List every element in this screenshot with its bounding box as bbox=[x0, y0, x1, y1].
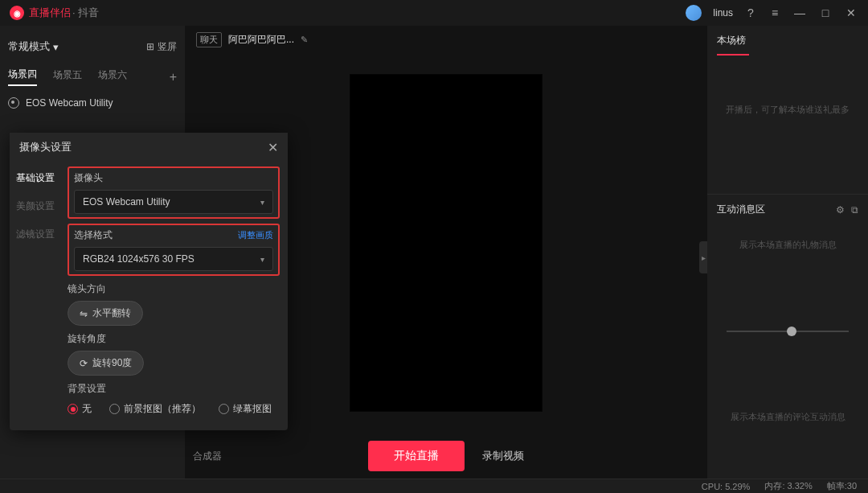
collapse-handle[interactable]: ▸ bbox=[699, 241, 707, 273]
stream-tag: 聊天 bbox=[196, 32, 222, 47]
dialog-close-button[interactable]: ✕ bbox=[268, 140, 278, 155]
right-panel: 本场榜 开播后，可了解本场谁送礼最多 互动消息区 ⚙ ⧉ 展示本场直播的礼物消息… bbox=[707, 26, 868, 480]
maximize-button[interactable]: □ bbox=[818, 6, 833, 19]
edit-title-icon[interactable]: ✎ bbox=[301, 35, 308, 45]
camera-field-group: 摄像头 EOS Webcam Utility ▾ bbox=[68, 166, 280, 219]
camera-label: 摄像头 bbox=[74, 171, 103, 185]
fps-stat: 帧率:30 bbox=[827, 480, 857, 492]
format-select[interactable]: RGB24 1024x576 30 FPS ▾ bbox=[74, 247, 273, 271]
background-label: 背景设置 bbox=[68, 382, 280, 396]
popout-icon[interactable]: ⧉ bbox=[851, 204, 858, 216]
bg-option-none[interactable]: 无 bbox=[68, 402, 92, 416]
avatar[interactable] bbox=[686, 5, 702, 21]
comment-hint: 展示本场直播的评论互动消息 bbox=[727, 411, 849, 423]
rotate-90-button[interactable]: ⟳ 旋转90度 bbox=[68, 351, 144, 376]
help-icon[interactable]: ? bbox=[744, 6, 757, 19]
user-name: linus bbox=[713, 7, 733, 18]
app-logo: ◉ bbox=[10, 6, 24, 20]
flip-horizontal-button[interactable]: ⇋ 水平翻转 bbox=[68, 301, 143, 326]
chevron-down-icon: ▾ bbox=[53, 41, 59, 53]
scene-tab-6[interactable]: 场景六 bbox=[98, 68, 127, 85]
tab-beauty[interactable]: 美颜设置 bbox=[16, 199, 58, 213]
titlebar: ◉ 直播伴侣 · 抖音 linus ? ≡ — □ ✕ bbox=[0, 0, 868, 26]
bg-option-greenscreen[interactable]: 绿幕抠图 bbox=[219, 402, 272, 416]
gift-hint: 展示本场直播的礼物消息 bbox=[727, 239, 849, 251]
background-radio-group: 无 前景抠图（推荐） 绿幕抠图 bbox=[68, 402, 280, 416]
ranking-title: 本场榜 bbox=[717, 34, 858, 47]
orientation-label: 竖屏 bbox=[158, 40, 177, 54]
bg-option-foreground[interactable]: 前景抠图（推荐） bbox=[109, 402, 201, 416]
mirror-label: 镜头方向 bbox=[68, 282, 280, 296]
app-title: 直播伴侣 bbox=[29, 6, 71, 20]
menu-icon[interactable]: ≡ bbox=[768, 6, 781, 19]
rotate-icon: ⟳ bbox=[80, 358, 88, 369]
chevron-down-icon: ▾ bbox=[260, 255, 264, 264]
dialog-tabs: 基础设置 美颜设置 滤镜设置 bbox=[10, 162, 64, 430]
stream-title: 阿巴阿巴阿巴... bbox=[228, 33, 294, 47]
tab-basic[interactable]: 基础设置 bbox=[16, 171, 58, 185]
ranking-hint: 开播后，可了解本场谁送礼最多 bbox=[717, 104, 858, 116]
format-value: RGB24 1024x576 30 FPS bbox=[83, 253, 194, 265]
add-scene-button[interactable]: + bbox=[170, 70, 177, 84]
rotate-label: 旋转角度 bbox=[68, 332, 280, 346]
scene-tabs: 场景四 场景五 场景六 + bbox=[8, 68, 177, 86]
bottom-bar: 合成器 开始直播 录制视频 bbox=[185, 432, 707, 480]
dialog-title: 摄像头设置 bbox=[19, 140, 72, 154]
format-label: 选择格式 bbox=[74, 228, 113, 242]
format-field-group: 选择格式 调整画质 RGB24 1024x576 30 FPS ▾ bbox=[68, 224, 280, 276]
divider-slider[interactable] bbox=[727, 331, 849, 332]
scene-tab-4[interactable]: 场景四 bbox=[8, 68, 37, 86]
source-item[interactable]: EOS Webcam Utility bbox=[8, 97, 177, 109]
settings-icon[interactable]: ⚙ bbox=[836, 204, 845, 216]
camera-value: EOS Webcam Utility bbox=[83, 196, 170, 207]
flip-icon: ⇋ bbox=[80, 308, 88, 319]
mode-dropdown[interactable]: 常规模式 ▾ bbox=[8, 39, 59, 54]
scene-tab-5[interactable]: 场景五 bbox=[53, 68, 82, 85]
adjust-quality-link[interactable]: 调整画质 bbox=[238, 229, 273, 241]
statusbar: CPU: 5.29% 内存: 3.32% 帧率:30 bbox=[0, 479, 868, 493]
cpu-stat: CPU: 5.29% bbox=[702, 482, 751, 491]
compositor-label[interactable]: 合成器 bbox=[193, 450, 222, 463]
camera-icon bbox=[8, 97, 19, 109]
preview-canvas[interactable] bbox=[350, 74, 542, 412]
mode-label: 常规模式 bbox=[8, 39, 50, 54]
record-video-button[interactable]: 录制视频 bbox=[482, 449, 524, 463]
app-subtitle: · 抖音 bbox=[72, 6, 99, 20]
tab-filter[interactable]: 滤镜设置 bbox=[16, 228, 58, 241]
start-stream-button[interactable]: 开始直播 bbox=[368, 441, 465, 471]
mem-stat: 内存: 3.32% bbox=[764, 480, 812, 492]
orientation-toggle[interactable]: ⊞ 竖屏 bbox=[146, 40, 177, 54]
camera-settings-dialog: 摄像头设置 ✕ 基础设置 美颜设置 滤镜设置 摄像头 EOS Webcam Ut… bbox=[10, 133, 288, 430]
interact-title: 互动消息区 bbox=[717, 203, 765, 216]
source-name: EOS Webcam Utility bbox=[26, 97, 113, 109]
orientation-icon: ⊞ bbox=[146, 41, 154, 52]
minimize-button[interactable]: — bbox=[792, 6, 807, 19]
chevron-down-icon: ▾ bbox=[260, 198, 264, 207]
close-button[interactable]: ✕ bbox=[844, 6, 858, 19]
camera-select[interactable]: EOS Webcam Utility ▾ bbox=[74, 190, 273, 214]
